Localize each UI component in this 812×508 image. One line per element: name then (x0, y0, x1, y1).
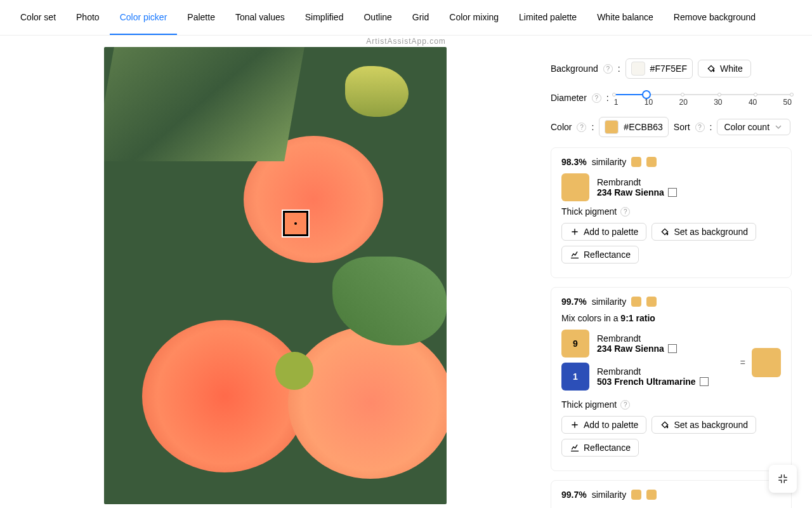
tab-white-balance[interactable]: White balance (587, 1, 664, 35)
help-icon[interactable]: ? (620, 400, 630, 410)
white-button[interactable]: White (698, 60, 751, 77)
thick-pigment-label: Thick pigment (561, 399, 617, 410)
picker-crosshair[interactable] (283, 211, 308, 236)
slider-mark: 50 (783, 98, 792, 107)
help-icon[interactable]: ? (695, 123, 705, 132)
color-label: Color (551, 122, 572, 132)
sort-label: Sort (674, 122, 690, 132)
chevron-down-icon (773, 122, 783, 132)
slider-handle[interactable] (642, 90, 651, 99)
similarity-value: 98.3% (561, 157, 587, 167)
watermark: ArtistAssistApp.com (366, 37, 446, 46)
background-color-input[interactable]: #F7F5EF (625, 58, 693, 79)
tab-photo[interactable]: Photo (66, 1, 110, 35)
mix-ratio: 9:1 ratio (620, 313, 655, 323)
tab-outline[interactable]: Outline (353, 1, 402, 35)
background-hex: #F7F5EF (650, 64, 687, 74)
paint-checkbox[interactable] (668, 344, 677, 353)
paint-checkbox[interactable] (668, 188, 677, 197)
match-swatch (646, 490, 657, 500)
mix-text: Mix colors in a (561, 313, 620, 323)
match-swatch (646, 157, 657, 167)
background-label: Background (551, 64, 598, 74)
tab-color-mixing[interactable]: Color mixing (439, 1, 509, 35)
chart-icon (570, 443, 580, 453)
diameter-label: Diameter (551, 93, 587, 103)
slider-mark: 40 (749, 98, 757, 107)
collapse-button[interactable] (769, 465, 797, 493)
controls-panel: Background ?: #F7F5EF White Diameter ?: (551, 47, 804, 508)
collapse-icon (777, 473, 789, 485)
tab-bar: Color set Photo Color picker Palette Ton… (0, 0, 812, 36)
result-swatch (752, 348, 781, 377)
slider-mark: 30 (714, 98, 722, 107)
plus-icon (570, 227, 580, 237)
paint-brand: Rembrandt (597, 177, 677, 187)
chart-icon (570, 250, 580, 260)
similarity-label: similarity (592, 297, 626, 307)
slider-mark: 10 (645, 98, 653, 107)
slider-mark: 20 (679, 98, 687, 107)
help-icon[interactable]: ? (577, 123, 586, 132)
similarity-value: 99.7% (561, 297, 587, 307)
tab-tonal-values[interactable]: Tonal values (225, 1, 295, 35)
plus-icon (570, 420, 580, 430)
bucket-icon (706, 64, 716, 74)
photo-canvas[interactable] (104, 47, 447, 504)
help-icon[interactable]: ? (603, 64, 613, 74)
background-swatch (631, 62, 645, 76)
tab-color-picker[interactable]: Color picker (110, 1, 178, 35)
bucket-icon (660, 227, 670, 237)
similarity-label: similarity (592, 157, 626, 167)
paint-checkbox[interactable] (700, 377, 709, 386)
add-to-palette-button[interactable]: Add to palette (561, 223, 646, 241)
paint-swatch: 1 (561, 363, 589, 391)
tab-palette[interactable]: Palette (177, 1, 225, 35)
mix-card: 99.7% similarity Mix colors in a 9:1 rat… (551, 287, 792, 471)
set-background-button[interactable]: Set as background (652, 223, 756, 241)
color-input[interactable]: #ECBB63 (599, 117, 668, 137)
help-icon[interactable]: ? (620, 207, 630, 217)
similarity-value: 99.7% (561, 490, 587, 500)
help-icon[interactable]: ? (592, 93, 601, 103)
mix-card: 98.3% similarity Rembrandt 234 Raw Sienn… (551, 147, 792, 278)
target-swatch (631, 297, 641, 307)
add-to-palette-button[interactable]: Add to palette (561, 416, 646, 434)
tab-color-set[interactable]: Color set (10, 1, 66, 35)
slider-mark: 1 (614, 98, 619, 107)
paint-brand: Rembrandt (597, 333, 677, 344)
reflectance-button[interactable]: Reflectance (561, 246, 639, 264)
paint-name: 234 Raw Sienna (597, 344, 664, 354)
tab-simplified[interactable]: Simplified (295, 1, 354, 35)
match-swatch (646, 297, 657, 307)
sort-select[interactable]: Color count (717, 119, 790, 135)
thick-pigment-label: Thick pigment (561, 206, 617, 217)
reflectance-button[interactable]: Reflectance (561, 439, 639, 457)
set-background-button[interactable]: Set as background (652, 416, 756, 434)
target-swatch (631, 490, 641, 500)
tab-grid[interactable]: Grid (402, 1, 439, 35)
equals-sign: = (740, 358, 745, 368)
paint-brand: Rembrandt (597, 366, 709, 377)
paint-swatch (561, 173, 589, 201)
tab-remove-background[interactable]: Remove background (664, 1, 766, 35)
paint-name: 503 French Ultramarine (597, 377, 696, 387)
similarity-label: similarity (592, 490, 626, 500)
mix-card: 99.7% similarity (551, 480, 792, 508)
tab-limited-palette[interactable]: Limited palette (509, 1, 587, 35)
diameter-slider[interactable]: 1 10 20 30 40 50 (614, 89, 792, 107)
bucket-icon (660, 420, 670, 430)
paint-name: 234 Raw Sienna (597, 187, 664, 197)
target-swatch (631, 157, 641, 167)
color-hex: #ECBB63 (624, 122, 662, 132)
paint-swatch: 9 (561, 330, 589, 358)
color-swatch (605, 120, 619, 134)
